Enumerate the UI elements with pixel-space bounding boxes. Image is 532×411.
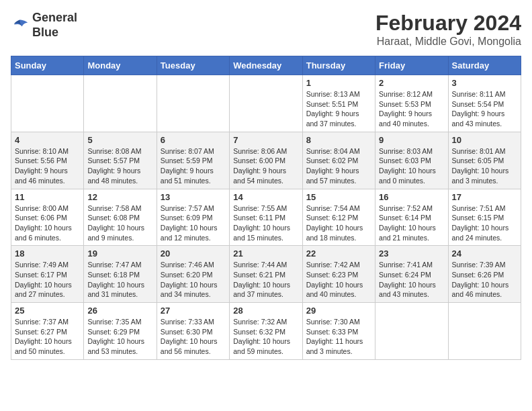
day-number: 29 bbox=[306, 306, 371, 316]
day-number: 22 bbox=[306, 248, 371, 259]
title-block: February 2024 Haraat, Middle Govi, Mongo… bbox=[375, 11, 521, 48]
col-wednesday: Wednesday bbox=[230, 56, 302, 75]
table-row: 26Sunrise: 7:35 AM Sunset: 6:29 PM Dayli… bbox=[84, 303, 157, 360]
day-number: 1 bbox=[306, 78, 371, 88]
day-info: Sunrise: 8:08 AM Sunset: 5:57 PM Dayligh… bbox=[87, 146, 152, 186]
day-number: 18 bbox=[15, 248, 80, 259]
table-row bbox=[448, 303, 521, 360]
day-number: 3 bbox=[452, 78, 517, 88]
table-row: 20Sunrise: 7:46 AM Sunset: 6:20 PM Dayli… bbox=[157, 246, 229, 303]
table-row bbox=[375, 303, 448, 360]
day-info: Sunrise: 7:46 AM Sunset: 6:20 PM Dayligh… bbox=[161, 260, 226, 300]
day-number: 8 bbox=[306, 135, 371, 145]
table-row: 8Sunrise: 8:04 AM Sunset: 6:02 PM Daylig… bbox=[302, 132, 375, 189]
table-row: 2Sunrise: 8:12 AM Sunset: 5:53 PM Daylig… bbox=[375, 75, 448, 132]
table-row: 27Sunrise: 7:33 AM Sunset: 6:30 PM Dayli… bbox=[157, 303, 229, 360]
day-info: Sunrise: 7:32 AM Sunset: 6:32 PM Dayligh… bbox=[233, 317, 298, 357]
day-info: Sunrise: 7:30 AM Sunset: 6:33 PM Dayligh… bbox=[306, 317, 371, 357]
table-row: 10Sunrise: 8:01 AM Sunset: 6:05 PM Dayli… bbox=[448, 132, 521, 189]
day-number: 28 bbox=[233, 306, 298, 316]
table-row: 15Sunrise: 7:54 AM Sunset: 6:12 PM Dayli… bbox=[302, 189, 375, 246]
day-info: Sunrise: 7:42 AM Sunset: 6:23 PM Dayligh… bbox=[306, 260, 371, 300]
day-info: Sunrise: 8:11 AM Sunset: 5:54 PM Dayligh… bbox=[452, 89, 517, 129]
day-info: Sunrise: 7:55 AM Sunset: 6:11 PM Dayligh… bbox=[233, 203, 298, 243]
table-row: 14Sunrise: 7:55 AM Sunset: 6:11 PM Dayli… bbox=[230, 189, 302, 246]
day-number: 13 bbox=[161, 192, 226, 202]
day-info: Sunrise: 7:52 AM Sunset: 6:14 PM Dayligh… bbox=[379, 203, 444, 243]
col-thursday: Thursday bbox=[302, 56, 375, 75]
table-row: 16Sunrise: 7:52 AM Sunset: 6:14 PM Dayli… bbox=[375, 189, 448, 246]
logo-line2: Blue bbox=[32, 26, 77, 40]
day-number: 5 bbox=[87, 135, 152, 145]
table-row: 9Sunrise: 8:03 AM Sunset: 6:03 PM Daylig… bbox=[375, 132, 448, 189]
day-info: Sunrise: 8:01 AM Sunset: 6:05 PM Dayligh… bbox=[452, 146, 517, 186]
day-info: Sunrise: 7:49 AM Sunset: 6:17 PM Dayligh… bbox=[15, 260, 80, 300]
day-info: Sunrise: 7:39 AM Sunset: 6:26 PM Dayligh… bbox=[452, 260, 517, 300]
col-tuesday: Tuesday bbox=[157, 56, 229, 75]
table-row: 25Sunrise: 7:37 AM Sunset: 6:27 PM Dayli… bbox=[11, 303, 84, 360]
day-info: Sunrise: 8:06 AM Sunset: 6:00 PM Dayligh… bbox=[233, 146, 298, 186]
day-number: 15 bbox=[306, 192, 371, 202]
col-monday: Monday bbox=[84, 56, 157, 75]
day-info: Sunrise: 7:51 AM Sunset: 6:15 PM Dayligh… bbox=[452, 203, 517, 243]
week-row-5: 25Sunrise: 7:37 AM Sunset: 6:27 PM Dayli… bbox=[11, 303, 521, 360]
week-row-2: 4Sunrise: 8:10 AM Sunset: 5:56 PM Daylig… bbox=[11, 132, 521, 189]
day-number: 2 bbox=[379, 78, 444, 88]
table-row: 5Sunrise: 8:08 AM Sunset: 5:57 PM Daylig… bbox=[84, 132, 157, 189]
table-row: 11Sunrise: 8:00 AM Sunset: 6:06 PM Dayli… bbox=[11, 189, 84, 246]
day-info: Sunrise: 8:13 AM Sunset: 5:51 PM Dayligh… bbox=[306, 89, 371, 129]
day-number: 9 bbox=[379, 135, 444, 145]
table-row: 29Sunrise: 7:30 AM Sunset: 6:33 PM Dayli… bbox=[302, 303, 375, 360]
table-row: 24Sunrise: 7:39 AM Sunset: 6:26 PM Dayli… bbox=[448, 246, 521, 303]
column-header-row: Sunday Monday Tuesday Wednesday Thursday… bbox=[11, 56, 521, 75]
day-info: Sunrise: 8:03 AM Sunset: 6:03 PM Dayligh… bbox=[379, 146, 444, 186]
col-sunday: Sunday bbox=[11, 56, 84, 75]
day-info: Sunrise: 7:57 AM Sunset: 6:09 PM Dayligh… bbox=[161, 203, 226, 243]
table-row bbox=[157, 75, 229, 132]
table-row: 12Sunrise: 7:58 AM Sunset: 6:08 PM Dayli… bbox=[84, 189, 157, 246]
table-row: 3Sunrise: 8:11 AM Sunset: 5:54 PM Daylig… bbox=[448, 75, 521, 132]
table-row: 23Sunrise: 7:41 AM Sunset: 6:24 PM Dayli… bbox=[375, 246, 448, 303]
table-row: 4Sunrise: 8:10 AM Sunset: 5:56 PM Daylig… bbox=[11, 132, 84, 189]
day-info: Sunrise: 7:47 AM Sunset: 6:18 PM Dayligh… bbox=[87, 260, 152, 300]
table-row bbox=[84, 75, 157, 132]
calendar-table: Sunday Monday Tuesday Wednesday Thursday… bbox=[11, 56, 521, 360]
table-row: 19Sunrise: 7:47 AM Sunset: 6:18 PM Dayli… bbox=[84, 246, 157, 303]
day-info: Sunrise: 7:33 AM Sunset: 6:30 PM Dayligh… bbox=[161, 317, 226, 357]
table-row bbox=[230, 75, 302, 132]
week-row-3: 11Sunrise: 8:00 AM Sunset: 6:06 PM Dayli… bbox=[11, 189, 521, 246]
day-number: 7 bbox=[233, 135, 298, 145]
day-number: 17 bbox=[452, 192, 517, 202]
day-number: 23 bbox=[379, 248, 444, 259]
day-number: 12 bbox=[87, 192, 152, 202]
week-row-1: 1Sunrise: 8:13 AM Sunset: 5:51 PM Daylig… bbox=[11, 75, 521, 132]
day-number: 24 bbox=[452, 248, 517, 259]
svg-rect-0 bbox=[11, 16, 30, 35]
col-saturday: Saturday bbox=[448, 56, 521, 75]
day-info: Sunrise: 8:12 AM Sunset: 5:53 PM Dayligh… bbox=[379, 89, 444, 129]
page-header: General Blue February 2024 Haraat, Middl… bbox=[11, 11, 521, 48]
day-info: Sunrise: 7:54 AM Sunset: 6:12 PM Dayligh… bbox=[306, 203, 371, 243]
table-row bbox=[11, 75, 84, 132]
table-row: 28Sunrise: 7:32 AM Sunset: 6:32 PM Dayli… bbox=[230, 303, 302, 360]
table-row: 6Sunrise: 8:07 AM Sunset: 5:59 PM Daylig… bbox=[157, 132, 229, 189]
table-row: 7Sunrise: 8:06 AM Sunset: 6:00 PM Daylig… bbox=[230, 132, 302, 189]
table-row: 22Sunrise: 7:42 AM Sunset: 6:23 PM Dayli… bbox=[302, 246, 375, 303]
day-info: Sunrise: 8:10 AM Sunset: 5:56 PM Dayligh… bbox=[15, 146, 80, 186]
table-row: 21Sunrise: 7:44 AM Sunset: 6:21 PM Dayli… bbox=[230, 246, 302, 303]
day-info: Sunrise: 8:04 AM Sunset: 6:02 PM Dayligh… bbox=[306, 146, 371, 186]
table-row: 13Sunrise: 7:57 AM Sunset: 6:09 PM Dayli… bbox=[157, 189, 229, 246]
day-number: 25 bbox=[15, 306, 80, 316]
logo: General Blue bbox=[11, 11, 77, 40]
day-number: 27 bbox=[161, 306, 226, 316]
logo-text: General Blue bbox=[32, 11, 77, 40]
day-number: 4 bbox=[15, 135, 80, 145]
day-number: 6 bbox=[161, 135, 226, 145]
logo-icon bbox=[11, 16, 30, 35]
day-number: 21 bbox=[233, 248, 298, 259]
day-info: Sunrise: 7:37 AM Sunset: 6:27 PM Dayligh… bbox=[15, 317, 80, 357]
day-number: 14 bbox=[233, 192, 298, 202]
month-title: February 2024 bbox=[375, 11, 521, 36]
day-number: 26 bbox=[87, 306, 152, 316]
location-title: Haraat, Middle Govi, Mongolia bbox=[375, 36, 521, 48]
